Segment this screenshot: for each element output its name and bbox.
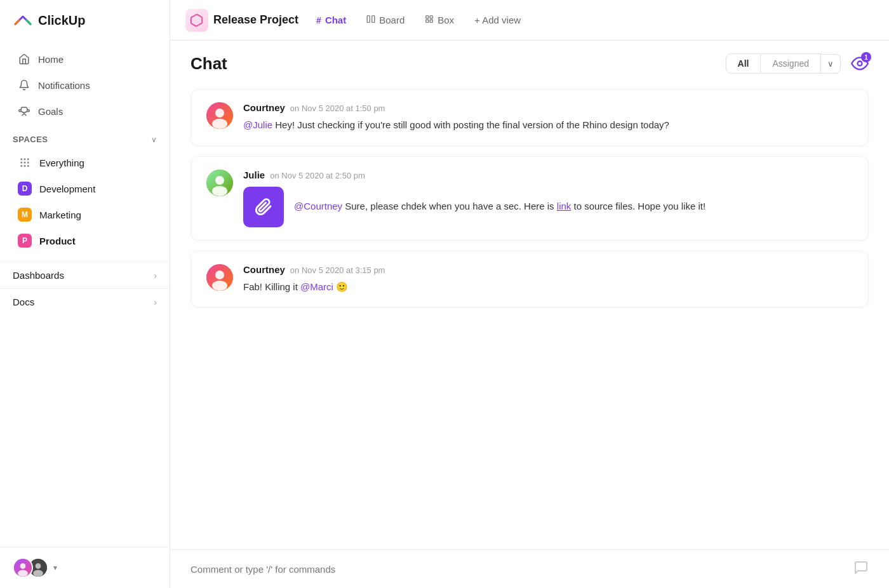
avatar-courtney-2: [206, 264, 233, 291]
svg-point-4: [24, 162, 26, 164]
sidebar-item-dashboards[interactable]: Dashboards ›: [0, 262, 170, 288]
mention-marci[interactable]: @Marci: [300, 281, 333, 292]
sidebar-item-notifications[interactable]: Notifications: [5, 72, 164, 98]
docs-chevron-icon: ›: [154, 297, 157, 307]
sidebar-item-home[interactable]: Home: [5, 46, 164, 72]
sidebar-item-everything[interactable]: Everything: [5, 150, 164, 175]
spaces-list: Everything D Development M Marketing P P…: [0, 149, 170, 254]
svg-point-8: [27, 165, 29, 167]
svg-rect-19: [426, 20, 429, 22]
svg-rect-17: [426, 16, 429, 18]
sidebar-item-marketing[interactable]: M Marketing: [5, 202, 164, 227]
sidebar-item-product-label: Product: [39, 236, 76, 246]
bell-icon: [18, 79, 30, 91]
svg-point-13: [36, 563, 41, 569]
logo[interactable]: ClickUp: [0, 0, 170, 41]
project-icon: [185, 9, 208, 32]
svg-point-30: [212, 281, 227, 291]
message-body-1: Courtney on Nov 5 2020 at 1:50 pm @Julie…: [243, 102, 853, 133]
message-text-1: @Julie Hey! Just checking if you're stil…: [243, 118, 853, 133]
sidebar-item-development-label: Development: [39, 184, 95, 194]
sidebar-item-product[interactable]: P Product: [5, 228, 164, 253]
box-icon: [425, 15, 434, 25]
message-text-2: @Courtney Sure, please chdek when you ha…: [294, 199, 705, 214]
docs-label: Docs: [13, 297, 34, 307]
development-badge: D: [18, 182, 32, 196]
chat-area: Chat All Assigned ∨ 1: [170, 41, 889, 588]
svg-point-7: [24, 165, 26, 167]
sidebar-item-marketing-label: Marketing: [39, 210, 81, 220]
trophy-icon: [18, 105, 30, 117]
avatar-user1: [13, 558, 33, 578]
sidebar-item-docs[interactable]: Docs ›: [0, 288, 170, 315]
source-link[interactable]: link: [557, 201, 572, 211]
filter-all-button[interactable]: All: [726, 53, 761, 74]
tab-box[interactable]: Box: [417, 11, 462, 29]
svg-point-6: [20, 165, 22, 167]
messages-area: Courtney on Nov 5 2020 at 1:50 pm @Julie…: [170, 84, 889, 549]
message-body-3: Courtney on Nov 5 2020 at 3:15 pm Fab! K…: [243, 264, 853, 295]
message-time-2: on Nov 5 2020 at 2:50 pm: [270, 171, 365, 180]
svg-point-2: [27, 158, 29, 160]
sidebar-item-everything-label: Everything: [39, 157, 84, 168]
message-card: Courtney on Nov 5 2020 at 1:50 pm @Julie…: [190, 89, 869, 146]
home-icon: [18, 53, 30, 65]
sidebar-item-home-label: Home: [38, 54, 64, 65]
watch-count-badge: 1: [861, 52, 871, 62]
watch-button[interactable]: 1: [851, 55, 869, 72]
svg-point-3: [20, 162, 22, 164]
filter-dropdown-button[interactable]: ∨: [821, 54, 841, 74]
sidebar-item-goals[interactable]: Goals: [5, 98, 164, 124]
svg-point-23: [215, 109, 224, 117]
filter-assigned-button[interactable]: Assigned: [761, 53, 821, 74]
svg-point-27: [212, 186, 227, 196]
avatar-courtney-1: [206, 102, 233, 129]
avatar-group[interactable]: [13, 558, 48, 578]
dashboards-chevron-icon: ›: [154, 271, 157, 281]
message-author-3: Courtney: [243, 264, 285, 275]
logo-text: ClickUp: [38, 13, 85, 28]
message-header-1: Courtney on Nov 5 2020 at 1:50 pm: [243, 102, 853, 113]
message-header-2: Julie on Nov 5 2020 at 2:50 pm: [243, 170, 853, 180]
mention-courtney[interactable]: @Courtney: [294, 201, 342, 211]
clickup-logo-icon: [13, 10, 33, 30]
message-time-1: on Nov 5 2020 at 1:50 pm: [290, 104, 385, 113]
board-icon: [366, 15, 375, 25]
comment-input[interactable]: [190, 564, 853, 575]
spaces-header[interactable]: Spaces ∨: [0, 130, 170, 149]
paperclip-icon: [255, 198, 272, 216]
mention-julie[interactable]: @Julie: [243, 119, 272, 130]
svg-point-21: [858, 62, 862, 66]
svg-point-0: [20, 158, 22, 160]
main-content: Release Project # Chat Board Box + Add v…: [170, 0, 889, 588]
message-time-3: on Nov 5 2020 at 3:15 pm: [290, 265, 385, 275]
svg-point-1: [24, 158, 26, 160]
marketing-badge: M: [18, 208, 32, 222]
message-card-2: Julie on Nov 5 2020 at 2:50 pm @Courtney…: [190, 156, 869, 241]
attachment-icon[interactable]: [243, 187, 284, 227]
tab-board[interactable]: Board: [359, 11, 412, 29]
spaces-label: Spaces: [13, 135, 48, 144]
topbar: Release Project # Chat Board Box + Add v…: [170, 0, 889, 41]
sidebar-item-development[interactable]: D Development: [5, 176, 164, 201]
svg-point-26: [215, 176, 224, 185]
avatar-julie: [206, 170, 233, 196]
tab-chat-label: Chat: [325, 15, 346, 25]
product-badge: P: [18, 234, 32, 248]
tab-chat[interactable]: # Chat: [309, 11, 354, 29]
everything-icon: [18, 156, 32, 170]
sidebar-nav: Home Notifications Goals: [0, 41, 170, 130]
add-view-button[interactable]: + Add view: [467, 11, 528, 29]
add-view-label: + Add view: [474, 15, 521, 25]
send-icon[interactable]: [853, 560, 869, 578]
project-title: Release Project: [213, 13, 298, 27]
sidebar-item-goals-label: Goals: [38, 106, 63, 117]
attachment-area: @Courtney Sure, please chdek when you ha…: [243, 187, 853, 227]
svg-point-5: [27, 162, 29, 164]
sidebar-bottom: ▾: [0, 547, 170, 588]
svg-rect-15: [367, 16, 370, 23]
svg-point-10: [20, 563, 26, 569]
svg-rect-18: [430, 16, 432, 18]
svg-point-14: [33, 570, 43, 577]
user-dropdown-icon[interactable]: ▾: [53, 563, 57, 572]
